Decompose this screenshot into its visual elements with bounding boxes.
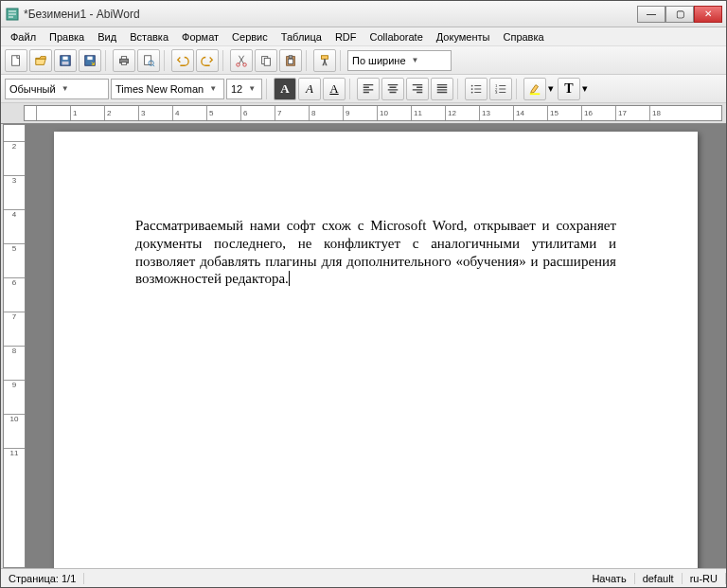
text-cursor [289, 271, 290, 286]
document-canvas[interactable]: Рассматриваемый нами софт схож с Microso… [26, 124, 726, 568]
menu-edit[interactable]: Правка [44, 30, 90, 44]
app-icon [5, 7, 20, 22]
size-combo[interactable]: 12 ▼ [226, 79, 262, 99]
horizontal-ruler[interactable]: -2 -1 1 2 3 4 5 6 7 8 9 10 11 12 13 14 1… [24, 105, 722, 121]
redo-button[interactable] [196, 49, 219, 72]
ruler-tick: 2 [104, 106, 138, 120]
ruler-tick: 8 [4, 346, 25, 380]
maximize-button[interactable]: ▢ [665, 6, 694, 23]
horizontal-ruler-area: -2 -1 1 2 3 4 5 6 7 8 9 10 11 12 13 14 1… [1, 103, 726, 124]
menu-table[interactable]: Таблица [275, 30, 328, 44]
status-lang[interactable]: default [635, 573, 683, 584]
menu-help[interactable]: Справка [497, 30, 549, 44]
print-preview-button[interactable] [137, 49, 160, 72]
toolbar-separator [516, 79, 520, 99]
format-painter-button[interactable] [313, 49, 336, 72]
menu-insert[interactable]: Вставка [124, 30, 174, 44]
close-button[interactable]: ✕ [694, 6, 722, 23]
cut-button[interactable] [230, 49, 253, 72]
svg-point-20 [471, 84, 473, 86]
menu-rdf[interactable]: RDF [329, 30, 363, 44]
align-left-button[interactable] [357, 78, 380, 100]
svg-rect-18 [288, 59, 293, 63]
menu-collaborate[interactable]: Collaborate [364, 30, 429, 44]
align-justify-button[interactable] [431, 78, 453, 100]
ruler-tick: 18 [649, 106, 683, 120]
underline-button[interactable]: А [323, 78, 346, 100]
highlight-color-button[interactable] [523, 78, 546, 100]
vertical-ruler[interactable]: 1 2 3 4 5 6 7 8 9 10 11 [3, 124, 26, 568]
style-value: Обычный [9, 83, 56, 95]
font-combo[interactable]: Times New Roman ▼ [111, 79, 224, 99]
undo-button[interactable] [171, 49, 194, 72]
ruler-tick: 9 [4, 380, 25, 414]
svg-rect-9 [121, 62, 126, 64]
ruler-tick: 4 [4, 209, 25, 243]
menu-format[interactable]: Формат [176, 30, 224, 44]
ruler-tick: 10 [4, 414, 25, 448]
chevron-down-icon: ▼ [248, 84, 256, 93]
alignment-combo[interactable]: По ширине ▼ [347, 50, 452, 71]
print-button[interactable] [113, 49, 135, 72]
ruler-tick: 14 [513, 106, 547, 120]
svg-rect-3 [62, 56, 67, 60]
ruler-tick: 6 [240, 106, 275, 120]
ruler-tick: 3 [4, 175, 25, 209]
dropdown-arrow[interactable]: ▾ [582, 82, 590, 95]
svg-rect-6 [87, 56, 92, 60]
toolbar-separator [105, 50, 109, 71]
ruler-corner [1, 103, 24, 123]
svg-rect-17 [289, 55, 293, 58]
dropdown-arrow[interactable]: ▾ [548, 82, 556, 95]
work-area: 1 2 3 4 5 6 7 8 9 10 11 Рассматриваемый … [1, 124, 726, 568]
window-controls: — ▢ ✕ [637, 6, 722, 23]
italic-button[interactable]: А [298, 78, 321, 100]
align-center-button[interactable] [381, 78, 404, 100]
save-button[interactable] [54, 49, 77, 72]
ruler-tick: 9 [343, 106, 377, 120]
font-color-button[interactable]: T [558, 78, 580, 100]
align-right-button[interactable] [406, 78, 429, 100]
alignment-value: По ширине [352, 55, 406, 66]
new-button[interactable] [5, 49, 27, 72]
saveas-button[interactable] [79, 49, 101, 72]
page[interactable]: Рассматриваемый нами софт схож с Microso… [54, 132, 698, 568]
font-value: Times New Roman [115, 83, 204, 95]
svg-rect-19 [322, 55, 328, 59]
ruler-tick: 17 [615, 106, 649, 120]
bold-button[interactable]: А [274, 78, 296, 100]
menu-documents[interactable]: Документы [431, 30, 496, 44]
svg-rect-10 [145, 55, 151, 64]
ruler-tick: -1 [24, 106, 36, 120]
open-button[interactable] [29, 49, 52, 72]
menu-file[interactable]: Файл [5, 30, 42, 44]
ruler-tick: 1 [70, 106, 104, 120]
ruler-tick: 6 [4, 277, 25, 312]
menu-view[interactable]: Вид [92, 30, 122, 44]
svg-point-21 [471, 88, 473, 90]
toolbar-separator [222, 50, 226, 71]
number-list-button[interactable]: 123 [489, 78, 512, 100]
chevron-down-icon: ▼ [412, 56, 419, 64]
status-locale[interactable]: ru-RU [683, 573, 726, 584]
ruler-tick: 16 [581, 106, 615, 120]
ruler-tick: 3 [138, 106, 172, 120]
copy-button[interactable] [255, 49, 277, 72]
toolbar-separator [164, 50, 168, 71]
style-combo[interactable]: Обычный ▼ [5, 79, 109, 99]
standard-toolbar: По ширине ▼ [1, 46, 726, 75]
paste-button[interactable] [279, 49, 302, 72]
bullet-list-button[interactable] [465, 78, 488, 100]
svg-point-13 [243, 62, 247, 66]
ruler-tick: 5 [4, 243, 25, 277]
status-bar: Страница: 1/1 Начать default ru-RU [1, 568, 726, 587]
ruler-tick: 2 [4, 141, 25, 175]
status-insert-mode[interactable]: Начать [584, 573, 634, 584]
menu-tools[interactable]: Сервис [226, 30, 274, 44]
ruler-tick: 7 [275, 106, 309, 120]
app-window: *Безимени1 - AbiWord — ▢ ✕ Файл Правка В… [0, 0, 727, 588]
chevron-down-icon: ▼ [209, 84, 217, 93]
ruler-tick: 10 [377, 106, 411, 120]
minimize-button[interactable]: — [637, 6, 665, 23]
ruler-tick: 15 [547, 106, 581, 120]
